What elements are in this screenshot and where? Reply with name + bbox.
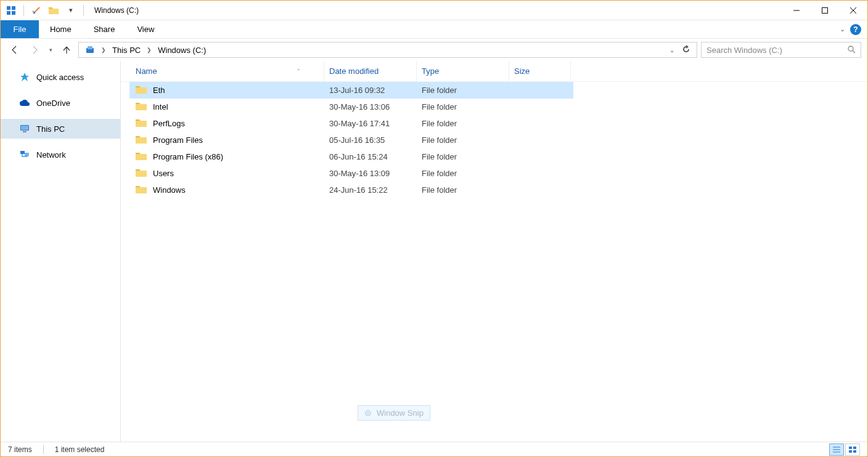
- folder-qat-icon[interactable]: [47, 4, 60, 17]
- close-button[interactable]: [839, 1, 867, 20]
- sidebar-item-quick-access[interactable]: Quick access: [1, 67, 120, 87]
- qat-dropdown-icon[interactable]: ▾: [64, 4, 78, 17]
- svg-rect-5: [822, 7, 828, 13]
- sidebar-item-network[interactable]: Network: [1, 145, 120, 164]
- tab-share[interactable]: Share: [83, 20, 126, 38]
- svg-rect-3: [12, 11, 15, 15]
- file-type: File folder: [417, 169, 509, 178]
- snip-tooltip: Window Snip: [358, 405, 430, 421]
- ribbon-expand-icon[interactable]: ⌄: [840, 25, 845, 33]
- file-name: PerfLogs: [153, 119, 185, 128]
- file-list-pane: Name ˄ Date modified Type Size Eth13-Jul…: [121, 61, 867, 442]
- folder-icon: [136, 135, 147, 146]
- file-name: Program Files (x86): [153, 152, 223, 161]
- file-type: File folder: [417, 102, 509, 111]
- folder-icon: [136, 168, 147, 179]
- search-icon: [847, 45, 856, 55]
- file-type: File folder: [417, 152, 509, 161]
- chevron-right-icon[interactable]: ❯: [147, 47, 152, 53]
- sidebar-item-label: This PC: [36, 124, 65, 134]
- address-dropdown-icon[interactable]: ⌄: [669, 47, 674, 54]
- svg-rect-9: [88, 46, 92, 49]
- file-tab[interactable]: File: [1, 20, 39, 38]
- file-name: Windows: [153, 185, 186, 195]
- file-name: Eth: [153, 86, 165, 95]
- svg-rect-1: [12, 6, 15, 10]
- sort-ascending-icon: ˄: [297, 68, 300, 75]
- file-date: 30-May-16 13:06: [324, 102, 417, 111]
- file-date: 24-Jun-16 15:22: [324, 185, 417, 195]
- up-button[interactable]: [59, 42, 75, 58]
- network-icon: [19, 149, 30, 160]
- file-date: 06-Jun-16 15:24: [324, 152, 417, 161]
- refresh-icon[interactable]: [678, 45, 694, 55]
- ribbon: File Home Share View ⌄ ?: [1, 20, 867, 39]
- table-row[interactable]: Intel30-May-16 13:06File folder: [129, 99, 573, 115]
- tab-home[interactable]: Home: [39, 20, 83, 38]
- monitor-icon: [19, 123, 30, 134]
- file-name: Intel: [153, 102, 168, 111]
- star-icon: [19, 71, 30, 83]
- help-icon[interactable]: ?: [850, 24, 861, 35]
- search-placeholder: Search Windows (C:): [706, 46, 782, 55]
- thumbnails-view-button[interactable]: [845, 443, 860, 456]
- svg-rect-22: [849, 450, 852, 453]
- back-button[interactable]: [7, 42, 23, 58]
- properties-icon[interactable]: [30, 4, 43, 17]
- svg-rect-23: [853, 450, 856, 453]
- file-date: 30-May-16 17:41: [324, 119, 417, 128]
- svg-rect-20: [849, 447, 852, 449]
- file-name: Program Files: [153, 135, 203, 145]
- column-name[interactable]: Name ˄: [121, 61, 324, 81]
- details-view-button[interactable]: [829, 443, 844, 456]
- table-row[interactable]: Eth13-Jul-16 09:32File folder: [129, 82, 573, 99]
- sidebar-item-label: Quick access: [36, 73, 84, 82]
- status-bar: 7 items 1 item selected: [1, 442, 867, 456]
- file-date: 05-Jul-16 16:35: [324, 135, 417, 145]
- file-name: Users: [153, 169, 174, 178]
- folder-icon: [136, 185, 147, 196]
- table-row[interactable]: Program Files (x86)06-Jun-16 15:24File f…: [129, 148, 573, 165]
- navigation-pane: Quick access OneDrive This PC Network: [1, 61, 121, 442]
- search-input[interactable]: Search Windows (C:): [701, 42, 861, 58]
- forward-button[interactable]: [27, 42, 43, 58]
- sidebar-item-label: OneDrive: [36, 99, 70, 108]
- quick-access-toolbar: ▾: [1, 4, 89, 17]
- navigation-bar: ▾ ❯ This PC ❯ Windows (C:) ⌄ Search Wind…: [1, 39, 867, 61]
- cloud-icon: [19, 97, 30, 108]
- recent-dropdown[interactable]: ▾: [46, 42, 55, 58]
- svg-rect-0: [7, 6, 10, 10]
- folder-icon: [136, 152, 147, 163]
- svg-rect-13: [21, 126, 28, 130]
- column-type[interactable]: Type: [417, 61, 509, 81]
- file-type: File folder: [417, 86, 509, 95]
- file-type: File folder: [417, 185, 509, 195]
- sidebar-item-onedrive[interactable]: OneDrive: [1, 93, 120, 113]
- minimize-button[interactable]: [782, 1, 811, 20]
- file-type: File folder: [417, 135, 509, 145]
- chevron-right-icon[interactable]: ❯: [101, 47, 106, 53]
- sidebar-item-this-pc[interactable]: This PC: [1, 119, 120, 139]
- table-row[interactable]: PerfLogs30-May-16 17:41File folder: [129, 115, 573, 132]
- status-selection: 1 item selected: [55, 445, 105, 454]
- breadcrumb-drive[interactable]: Windows (C:): [154, 44, 210, 56]
- title-bar: ▾ Windows (C:): [1, 1, 867, 20]
- status-item-count: 7 items: [8, 445, 32, 454]
- breadcrumb-root-icon[interactable]: [81, 44, 99, 56]
- svg-rect-21: [853, 447, 856, 449]
- column-date[interactable]: Date modified: [324, 61, 417, 81]
- table-row[interactable]: Users30-May-16 13:09File folder: [129, 165, 573, 182]
- table-row[interactable]: Program Files05-Jul-16 16:35File folder: [129, 132, 573, 148]
- breadcrumb-this-pc[interactable]: This PC: [108, 44, 144, 56]
- maximize-button[interactable]: [811, 1, 839, 20]
- target-icon: [364, 410, 372, 417]
- app-icon: [4, 4, 18, 17]
- tab-view[interactable]: View: [126, 20, 165, 38]
- svg-line-11: [853, 51, 855, 53]
- address-bar[interactable]: ❯ This PC ❯ Windows (C:) ⌄: [78, 42, 697, 58]
- svg-point-10: [848, 46, 853, 51]
- table-row[interactable]: Windows24-Jun-16 15:22File folder: [129, 182, 573, 198]
- svg-point-25: [367, 412, 369, 414]
- folder-icon: [136, 102, 147, 113]
- column-size[interactable]: Size: [509, 61, 571, 81]
